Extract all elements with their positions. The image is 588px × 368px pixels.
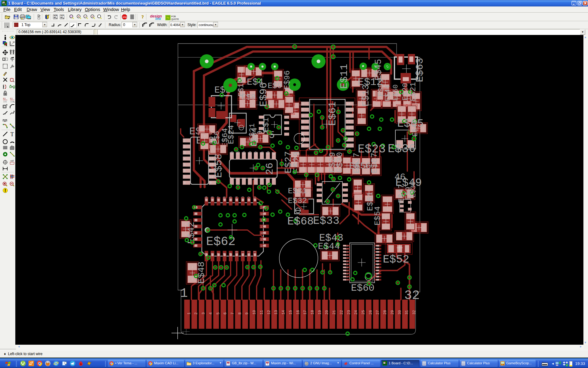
svg-text:12: 12 (267, 310, 271, 314)
svg-text:15: 15 (345, 251, 349, 253)
svg-text:10: 10 (235, 251, 239, 255)
svg-text:17: 17 (260, 225, 264, 228)
svg-text:1: 1 (396, 103, 398, 105)
svg-text:12: 12 (254, 151, 258, 155)
svg-text:5: 5 (254, 178, 258, 180)
svg-text:19: 19 (260, 213, 264, 216)
svg-text:2: 2 (311, 158, 313, 161)
svg-text:24: 24 (345, 278, 349, 281)
svg-text:8: 8 (285, 116, 286, 119)
svg-text:E$44: E$44 (384, 85, 392, 101)
svg-text:13: 13 (347, 120, 350, 124)
svg-text:1: 1 (325, 210, 326, 213)
svg-text:30: 30 (398, 310, 402, 314)
svg-text:17: 17 (303, 310, 307, 314)
svg-text:14: 14 (243, 151, 246, 155)
svg-text:23: 23 (347, 310, 351, 314)
svg-text:19: 19 (318, 310, 322, 314)
svg-text:2: 2 (368, 187, 370, 190)
svg-text:5: 5 (216, 312, 221, 314)
svg-text:11: 11 (261, 151, 264, 155)
svg-text:E$21: E$21 (409, 82, 418, 101)
svg-text:PCB: PCB (171, 15, 176, 17)
svg-text:10: 10 (377, 251, 380, 253)
svg-text:2: 2 (184, 145, 186, 148)
svg-text:E$64: E$64 (221, 128, 230, 147)
svg-text:1: 1 (288, 109, 290, 112)
svg-text:R2: R2 (10, 98, 13, 100)
svg-text:5: 5 (302, 126, 304, 130)
svg-text:5: 5 (205, 253, 208, 255)
svg-text:8: 8 (223, 253, 226, 255)
svg-text:21: 21 (345, 269, 349, 272)
svg-text:T: T (10, 131, 14, 137)
svg-text:1: 1 (201, 128, 203, 131)
svg-text:4: 4 (209, 312, 213, 314)
svg-text:2: 2 (357, 181, 359, 184)
svg-text:32: 32 (404, 288, 420, 303)
svg-text:1: 1 (242, 102, 243, 105)
svg-text:1: 1 (192, 278, 193, 281)
svg-text:12: 12 (247, 251, 251, 255)
svg-text:31: 31 (194, 213, 198, 216)
svg-text:1: 1 (398, 235, 400, 238)
svg-text:E$58: E$58 (213, 154, 224, 178)
svg-text:9: 9 (347, 144, 349, 148)
svg-text:23: 23 (241, 196, 245, 200)
svg-text:20: 20 (260, 206, 264, 209)
svg-text:8: 8 (377, 257, 378, 259)
svg-text:11: 11 (347, 132, 350, 136)
svg-text:7: 7 (377, 260, 378, 263)
svg-text:1: 1 (270, 103, 272, 105)
svg-text:E$20: E$20 (401, 83, 409, 101)
svg-text:6: 6 (223, 312, 228, 314)
svg-text:E$63: E$63 (414, 58, 426, 82)
svg-text:ULP: ULP (60, 15, 64, 17)
svg-text:14: 14 (347, 114, 350, 118)
svg-text:1: 1 (231, 178, 234, 180)
svg-text:E$32: E$32 (288, 196, 307, 205)
svg-text:1: 1 (346, 170, 348, 172)
svg-text:2: 2 (411, 108, 413, 110)
svg-text:2: 2 (241, 68, 243, 71)
svg-text:16: 16 (231, 151, 234, 155)
svg-text:15: 15 (237, 151, 240, 155)
svg-text:29: 29 (205, 196, 208, 200)
svg-text:3: 3 (243, 178, 246, 180)
svg-text:4: 4 (302, 120, 304, 124)
svg-text:2: 2 (223, 148, 224, 151)
svg-text:2: 2 (277, 72, 279, 75)
svg-text:4: 4 (249, 178, 252, 180)
svg-text:12: 12 (377, 244, 380, 247)
svg-text:29: 29 (390, 310, 395, 314)
svg-text:27: 27 (217, 196, 221, 200)
svg-text:31: 31 (405, 310, 409, 314)
svg-text:1: 1 (410, 225, 411, 228)
svg-text:2: 2 (361, 109, 363, 112)
svg-text:1: 1 (387, 208, 388, 211)
svg-text:E$87: E$87 (370, 153, 379, 173)
svg-text:2: 2 (334, 254, 336, 257)
svg-text:2: 2 (194, 312, 198, 314)
svg-text:E$31: E$31 (288, 186, 307, 196)
svg-text:90: 90 (13, 41, 15, 43)
svg-text:11: 11 (241, 251, 245, 255)
svg-text:E$54: E$54 (373, 206, 382, 225)
svg-text:25: 25 (361, 310, 366, 314)
svg-text:2: 2 (346, 159, 348, 162)
svg-text:5: 5 (184, 163, 186, 167)
svg-text:13: 13 (274, 310, 278, 314)
svg-text:3: 3 (302, 114, 304, 118)
svg-text:25: 25 (229, 196, 232, 200)
svg-text:18: 18 (311, 310, 315, 314)
svg-text:2: 2 (387, 198, 388, 201)
svg-text:E$13: E$13 (361, 84, 371, 106)
svg-text:1: 1 (358, 206, 359, 209)
svg-text:E$68: E$68 (287, 215, 314, 228)
svg-text:1: 1 (311, 169, 313, 171)
svg-text:2: 2 (237, 178, 240, 180)
svg-text:10k: 10k (3, 101, 7, 103)
svg-text:6: 6 (211, 253, 214, 255)
svg-text:6: 6 (377, 263, 378, 266)
svg-text:1: 1 (361, 120, 363, 123)
